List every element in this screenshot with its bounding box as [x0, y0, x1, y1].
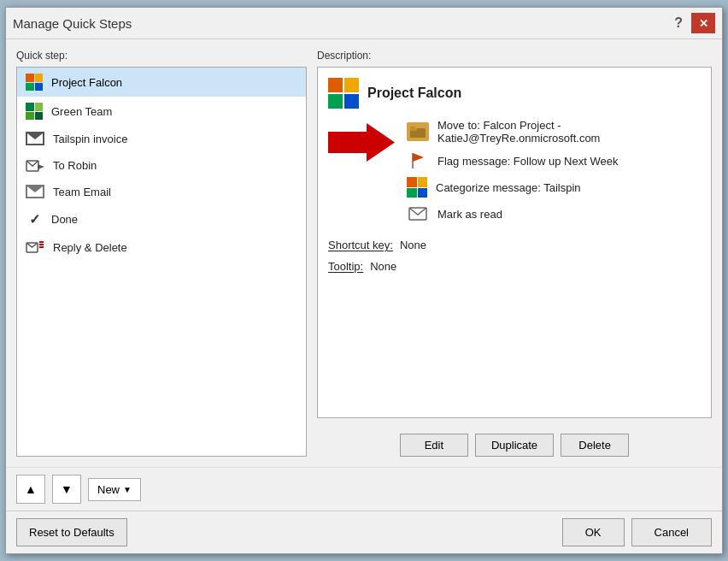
done-label: Done	[51, 213, 78, 226]
done-icon: ✓	[26, 210, 43, 227]
folder-icon	[407, 122, 429, 141]
list-item-green-team[interactable]: Green Team	[17, 97, 306, 126]
reply-delete-label: Reply & Delete	[53, 241, 127, 254]
action-categorize-text: Categorize message: Tailspin	[436, 181, 581, 194]
list-item-reply-delete[interactable]: Reply & Delete	[17, 233, 306, 261]
duplicate-button[interactable]: Duplicate	[475, 434, 554, 457]
flag-icon	[407, 151, 429, 170]
to-robin-label: To Robin	[53, 159, 97, 172]
svg-marker-6	[328, 123, 395, 162]
list-item-project-falcon[interactable]: Project Falcon	[17, 68, 306, 97]
action-mark-read: Mark as read	[407, 204, 701, 223]
help-button[interactable]: ?	[669, 14, 688, 32]
description-buttons: Edit Duplicate Delete	[317, 427, 712, 457]
list-item-tailspin-invoice[interactable]: Tailspin invoice	[17, 126, 306, 151]
bottom-controls: ▲ ▼ New ▼	[6, 467, 722, 511]
to-robin-icon	[26, 157, 44, 173]
reply-delete-icon	[26, 239, 44, 255]
right-panel: Description: Project Falcon	[317, 50, 712, 457]
tailspin-invoice-label: Tailspin invoice	[53, 133, 127, 145]
dialog-body: Quick step: Project Falcon Green Team	[6, 39, 722, 467]
left-panel: Quick step: Project Falcon Green Team	[16, 50, 307, 457]
list-item-done[interactable]: ✓ Done	[17, 204, 306, 233]
new-dropdown-icon: ▼	[123, 485, 132, 494]
action-flag-text: Flag message: Follow up Next Week	[437, 155, 618, 168]
close-button[interactable]: ✕	[691, 13, 715, 33]
shortcut-label: Shortcut key:	[328, 239, 393, 251]
green-team-icon	[26, 103, 43, 120]
shortcut-row: Shortcut key: None	[328, 239, 701, 251]
svg-marker-1	[38, 164, 44, 169]
cancel-button[interactable]: Cancel	[631, 518, 712, 546]
svg-marker-11	[413, 153, 424, 162]
description-header: Project Falcon	[328, 78, 701, 109]
tailspin-invoice-icon	[26, 132, 44, 145]
dialog-footer: Reset to Defaults OK Cancel	[6, 511, 722, 553]
title-buttons: ? ✕	[669, 13, 715, 33]
red-arrow-icon	[328, 119, 396, 168]
move-down-button[interactable]: ▼	[52, 475, 81, 504]
action-flag: Flag message: Follow up Next Week	[407, 151, 701, 170]
team-email-icon	[26, 185, 44, 198]
action-read-text: Mark as read	[437, 208, 502, 221]
list-item-to-robin[interactable]: To Robin	[17, 151, 306, 179]
description-title: Project Falcon	[367, 86, 461, 101]
ok-cancel-buttons: OK Cancel	[562, 518, 712, 546]
shortcut-value: None	[400, 239, 426, 251]
delete-button[interactable]: Delete	[561, 434, 629, 457]
manage-quick-steps-dialog: Manage Quick Steps ? ✕ Quick step: Proje…	[5, 7, 723, 554]
green-team-label: Green Team	[51, 105, 112, 118]
title-bar-left: Manage Quick Steps	[13, 16, 132, 31]
action-move-folder: Move to: Falcon Project - KatieJ@TreyRe.…	[407, 119, 701, 145]
tooltip-row: Tooltip: None	[328, 260, 701, 273]
list-item-team-email[interactable]: Team Email	[17, 179, 306, 204]
description-label: Description:	[317, 50, 712, 62]
dialog-title: Manage Quick Steps	[13, 16, 132, 31]
new-button-label: New	[97, 483, 120, 496]
team-email-label: Team Email	[53, 186, 111, 198]
move-up-button[interactable]: ▲	[16, 475, 45, 504]
description-box: Project Falcon	[317, 67, 712, 418]
actions-list: Move to: Falcon Project - KatieJ@TreyRe.…	[407, 119, 701, 223]
tooltip-value: None	[370, 260, 396, 273]
quick-step-label: Quick step:	[16, 50, 307, 62]
tooltip-label: Tooltip:	[328, 260, 363, 273]
category-icon	[407, 177, 427, 198]
new-button[interactable]: New ▼	[88, 478, 141, 501]
svg-rect-9	[410, 127, 415, 129]
project-falcon-label: Project Falcon	[51, 76, 122, 89]
action-move-text: Move to: Falcon Project - KatieJ@TreyRe.…	[437, 119, 701, 145]
quick-step-list: Project Falcon Green Team	[16, 67, 307, 457]
reset-button[interactable]: Reset to Defaults	[16, 518, 127, 546]
description-icon	[328, 78, 359, 109]
title-bar: Manage Quick Steps ? ✕	[6, 8, 722, 39]
ok-button[interactable]: OK	[562, 518, 625, 546]
project-falcon-icon	[26, 74, 43, 91]
edit-button[interactable]: Edit	[400, 434, 468, 457]
arrow-section: Move to: Falcon Project - KatieJ@TreyRe.…	[328, 119, 701, 223]
action-categorize: Categorize message: Tailspin	[407, 177, 701, 198]
envelope-read-icon	[407, 204, 429, 223]
